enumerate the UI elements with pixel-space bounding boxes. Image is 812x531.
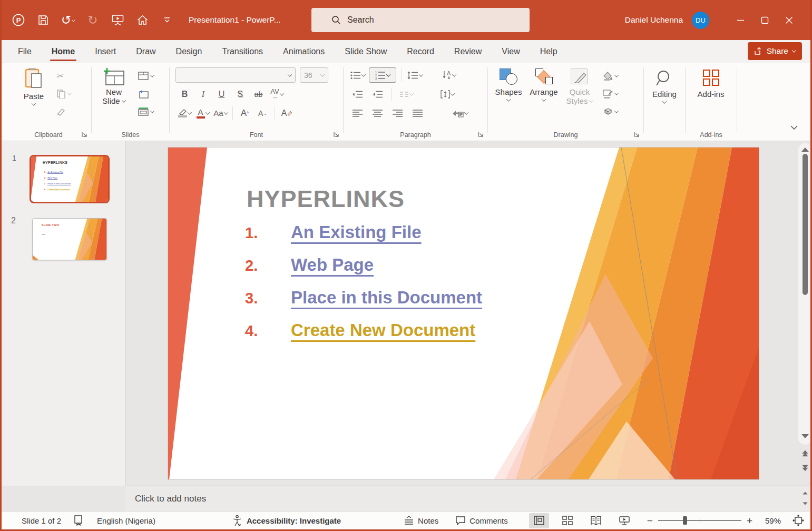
tab-insert[interactable]: Insert: [85, 40, 126, 63]
align-center-button[interactable]: [370, 105, 385, 121]
clear-formatting-button[interactable]: A: [279, 105, 295, 121]
scroll-up-arrow-icon[interactable]: [801, 148, 809, 152]
scrollbar-thumb[interactable]: [803, 154, 808, 295]
tab-transitions[interactable]: Transitions: [212, 40, 273, 63]
slideshow-from-start-icon[interactable]: [111, 13, 124, 27]
editing-button[interactable]: Editing: [648, 70, 681, 104]
change-case-button[interactable]: Aa: [213, 105, 228, 121]
scroll-down-arrow-icon[interactable]: [801, 434, 809, 438]
zoom-out-button[interactable]: −: [647, 516, 653, 526]
text-shadow-button[interactable]: S: [232, 86, 248, 102]
drawing-dialog-launcher-icon[interactable]: [633, 131, 640, 137]
tab-record[interactable]: Record: [397, 40, 444, 63]
tab-draw[interactable]: Draw: [126, 40, 165, 63]
list-item-1[interactable]: 1. An Existing File: [245, 222, 422, 249]
zoom-slider-thumb[interactable]: [683, 516, 687, 525]
shape-fill-button[interactable]: [603, 70, 618, 82]
tab-help[interactable]: Help: [530, 40, 568, 63]
numbering-button-selected[interactable]: 123: [369, 67, 396, 83]
character-spacing-button[interactable]: AV ↔: [269, 86, 285, 102]
minimize-button[interactable]: [728, 0, 752, 40]
tab-file[interactable]: File: [8, 40, 42, 63]
format-painter-button[interactable]: [56, 105, 71, 118]
tab-home[interactable]: Home: [42, 40, 85, 63]
new-slide-button[interactable]: New Slide: [97, 67, 131, 105]
font-size-combobox[interactable]: 36: [300, 67, 328, 83]
tab-view[interactable]: View: [492, 40, 530, 63]
slide-thumbnail-1[interactable]: HYPERLINKS 1.An Existing File 2.Web Page…: [30, 155, 110, 203]
hyperlink-web-page[interactable]: Web Page: [291, 255, 374, 275]
shape-outline-button[interactable]: [603, 87, 618, 100]
cut-button[interactable]: ✂: [56, 70, 71, 82]
text-direction-button[interactable]: A: [441, 67, 456, 83]
paragraph-dialog-launcher-icon[interactable]: [477, 131, 484, 137]
quick-styles-button[interactable]: Quick Styles: [563, 68, 596, 105]
slide-indicator[interactable]: Slide 1 of 2: [22, 516, 61, 525]
shape-effects-button[interactable]: [603, 105, 618, 118]
notes-scroll-up-icon[interactable]: [801, 491, 809, 495]
list-item-4[interactable]: 4. Create New Document: [245, 320, 475, 347]
shapes-button[interactable]: Shapes: [492, 68, 525, 102]
clipboard-dialog-launcher-icon[interactable]: [81, 131, 87, 137]
notes-placeholder[interactable]: Click to add notes: [135, 494, 206, 504]
font-color-button[interactable]: A: [195, 105, 210, 121]
text-highlight-button[interactable]: [177, 105, 192, 121]
decrease-indent-button[interactable]: [350, 86, 365, 102]
underline-button[interactable]: U: [214, 86, 229, 102]
font-name-combobox[interactable]: [175, 67, 296, 83]
notes-toggle-button[interactable]: Notes: [404, 516, 438, 525]
tab-design[interactable]: Design: [166, 40, 212, 63]
tab-slide-show[interactable]: Slide Show: [335, 40, 397, 63]
hyperlink-existing-file[interactable]: An Existing File: [291, 222, 422, 242]
reading-view-button[interactable]: [586, 513, 606, 528]
powerpoint-logo-icon[interactable]: P: [12, 13, 25, 27]
notes-scroll-down-icon[interactable]: [801, 502, 809, 506]
list-item-3[interactable]: 3. Place in this Document: [245, 288, 482, 314]
zoom-in-button[interactable]: +: [747, 516, 752, 526]
search-input[interactable]: [347, 15, 505, 25]
increase-indent-button[interactable]: [370, 86, 385, 102]
section-button[interactable]: [138, 105, 154, 118]
avatar[interactable]: DU: [692, 12, 709, 29]
strikethrough-button[interactable]: ab: [251, 86, 266, 102]
close-button[interactable]: [777, 0, 801, 40]
previous-slide-button[interactable]: [801, 450, 809, 457]
maximize-button[interactable]: [752, 0, 777, 40]
copy-button[interactable]: [56, 87, 71, 100]
paste-button[interactable]: Paste: [18, 67, 49, 106]
slide-sorter-view-button[interactable]: [557, 513, 578, 528]
addins-button[interactable]: Add-ins: [694, 70, 728, 99]
comments-button[interactable]: Comments: [455, 516, 508, 525]
bullets-button[interactable]: [350, 67, 365, 83]
zoom-percentage[interactable]: 59%: [761, 516, 781, 525]
arrange-button[interactable]: Arrange: [527, 68, 561, 102]
tab-review[interactable]: Review: [444, 40, 492, 63]
normal-view-button[interactable]: [529, 513, 549, 528]
notes-pane[interactable]: Click to add notes: [125, 486, 812, 511]
spell-check-icon[interactable]: [74, 515, 84, 526]
user-name[interactable]: Daniel Uchenna: [625, 15, 683, 25]
align-left-button[interactable]: [350, 105, 365, 121]
slide-canvas[interactable]: HYPERLINKS 1. An Existing File 2. Web Pa…: [168, 148, 759, 479]
zoom-slider[interactable]: [658, 520, 741, 521]
columns-button[interactable]: [398, 86, 414, 102]
italic-button[interactable]: I: [195, 86, 211, 102]
font-dialog-launcher-icon[interactable]: [333, 131, 339, 137]
share-button[interactable]: Share: [748, 42, 802, 60]
reset-slide-button[interactable]: [138, 87, 154, 100]
collapse-ribbon-chevron-icon[interactable]: [790, 124, 798, 131]
customize-qat-chevron-icon[interactable]: [160, 13, 174, 27]
slideshow-view-button[interactable]: [614, 513, 634, 528]
accessibility-checker[interactable]: Accessibility: Investigate: [231, 515, 341, 526]
bold-button[interactable]: B: [177, 86, 192, 102]
tab-animations[interactable]: Animations: [273, 40, 335, 63]
redo-icon[interactable]: ↻: [86, 13, 100, 27]
save-icon[interactable]: [36, 13, 50, 27]
slide-title[interactable]: HYPERLINKS: [247, 185, 405, 213]
home-icon[interactable]: [135, 13, 149, 27]
grow-font-button[interactable]: A^: [237, 105, 252, 121]
next-slide-button[interactable]: [801, 465, 809, 471]
line-spacing-button[interactable]: [407, 67, 423, 83]
align-right-button[interactable]: [390, 105, 405, 121]
undo-icon[interactable]: ↺: [61, 13, 75, 27]
